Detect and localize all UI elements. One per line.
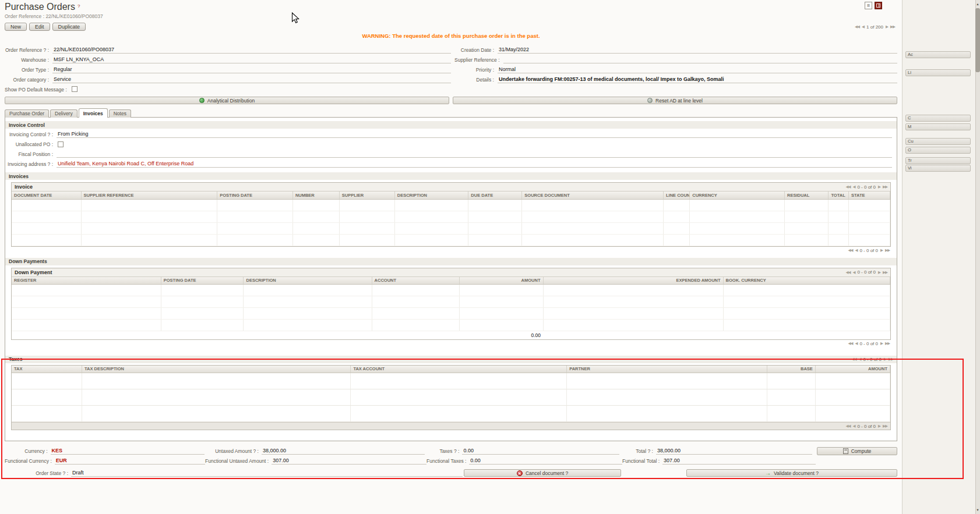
col-tax-account[interactable]: TAX ACCOUNT [351,366,567,373]
sidebar-item[interactable]: C [905,115,971,122]
pager-last-icon[interactable]: ▶▶ [885,341,890,346]
col-book-currency[interactable]: BOOK. CURRENCY [723,277,890,285]
pager-first-icon[interactable]: ◀◀ [848,341,852,346]
view-switcher: ≡ [865,2,882,9]
tab-purchase-order[interactable]: Purchase Order [5,109,49,118]
reset-ad-button[interactable]: Reset AD at line level [453,97,897,104]
pager-prev-icon[interactable]: ◀ [855,341,857,346]
functional-currency-value[interactable]: EUR [55,458,205,465]
pager-first-icon[interactable]: ◀◀ [851,357,856,361]
col-state[interactable]: STATE [849,192,890,199]
currency-value[interactable]: KES [51,448,205,455]
col-total[interactable]: TOTAL [829,192,849,199]
field-currency: Currency : KES [5,448,205,455]
col-description[interactable]: DESCRIPTION [394,192,468,199]
pager-last-icon[interactable]: ▶▶ [883,424,887,428]
invoice-header-row: DOCUMENT DATE SUPPLIER REFERENCE POSTING… [12,192,890,199]
col-expended-amount[interactable]: EXPENDED AMOUNT [543,277,723,285]
order-type-label: Order Type : [5,67,52,73]
pager-prev-icon[interactable]: ◀ [852,424,855,428]
title-help-icon[interactable]: ? [77,3,80,9]
table-row [12,285,890,296]
col-partner[interactable]: PARTNER [567,366,767,373]
pager-prev-icon[interactable]: ◀ [852,270,855,275]
sidebar-item[interactable]: M [905,123,971,130]
total-amount-label: Total ? : [619,448,656,454]
pager-next-icon[interactable]: ▶ [880,341,883,346]
pager-first-icon[interactable]: ◀◀ [855,24,859,29]
pager-first-icon[interactable]: ◀◀ [848,248,852,253]
pager-first-icon[interactable]: ◀◀ [845,185,850,189]
table-row [12,222,890,234]
sidebar-item[interactable]: Cu [905,138,971,145]
cancel-document-button[interactable]: × Cancel document ? [464,469,621,477]
analytical-distribution-button[interactable]: Analytical Distribution [5,97,449,104]
show-po-default-message-checkbox[interactable] [72,86,77,92]
tab-invoices[interactable]: Invoices [79,108,108,118]
edit-button[interactable]: Edit [29,23,50,31]
pager-next-icon[interactable]: ▶ [878,185,880,189]
col-currency[interactable]: CURRENCY [690,192,785,199]
pager-next-icon[interactable]: ▶ [886,24,888,29]
scroll-down-icon[interactable]: ▼ [975,507,980,513]
pager-prev-icon[interactable]: ◀ [862,24,864,29]
col-tax-description[interactable]: TAX DESCRIPTION [82,366,351,373]
col-amount[interactable]: AMOUNT [815,366,890,373]
pager-next-icon[interactable]: ▶ [878,270,880,275]
form-view-icon[interactable] [875,2,882,9]
list-view-icon[interactable]: ≡ [865,2,872,9]
col-tax[interactable]: TAX [12,366,82,373]
field-unallocated-po: Unallocated PO : [5,140,892,150]
summary-row-3: Order State ? : Draft × Cancel document … [5,469,897,477]
field-order-type: Order Type : Regular [5,65,451,75]
pager-prev-icon[interactable]: ◀ [858,357,861,361]
pager-next-icon[interactable]: ▶ [884,357,886,361]
pager-last-icon[interactable]: ▶▶ [890,24,895,29]
col-base[interactable]: BASE [767,366,815,373]
col-amount[interactable]: AMOUNT [460,277,543,285]
pager-next-icon[interactable]: ▶ [878,424,880,428]
col-line-count[interactable]: LINE COUNT [664,192,690,199]
unallocated-po-checkbox[interactable] [58,141,64,147]
col-posting-date[interactable]: POSTING DATE [217,192,293,199]
compute-button[interactable]: Compute [817,447,897,455]
pager-last-icon[interactable]: ▶▶ [889,357,893,361]
pager-last-icon[interactable]: ▶▶ [885,248,890,253]
pager-prev-icon[interactable]: ◀ [855,248,857,253]
scrollbar-thumb[interactable] [975,8,980,72]
col-supplier[interactable]: SUPPLIER [339,192,394,199]
pager-last-icon[interactable]: ▶▶ [883,270,887,275]
sidebar-item[interactable]: Tr [905,157,971,164]
pager-first-icon[interactable]: ◀◀ [845,270,850,275]
pager-last-icon[interactable]: ▶▶ [883,185,887,189]
order-state-value: Draft [71,470,463,477]
col-account[interactable]: ACCOUNT [372,277,460,285]
pager-first-icon[interactable]: ◀◀ [845,424,850,428]
tab-delivery[interactable]: Delivery [50,109,77,118]
col-residual[interactable]: RESIDUAL [785,192,829,199]
invoice-table-bottom-pager: ◀◀◀0 - 0 of 0▶▶▶ [848,248,890,253]
scroll-up-icon[interactable]: ▲ [975,1,980,7]
vertical-scrollbar[interactable] [975,0,980,514]
summary-row-1: Currency : KES Untaxed Amount ? : 38,000… [5,446,897,456]
col-description[interactable]: DESCRIPTION [244,277,372,285]
new-button[interactable]: New [5,23,27,31]
tab-notes[interactable]: Notes [109,109,131,118]
sidebar-item[interactable]: Vi [905,165,971,172]
invoicing-address-value[interactable]: Unifield Team, Kenya Nairobi Road C, Off… [57,161,892,168]
col-due-date[interactable]: DUE DATE [468,192,522,199]
col-posting-date[interactable]: POSTING DATE [161,277,244,285]
sidebar-item[interactable]: O [905,147,971,154]
col-number[interactable]: NUMBER [292,192,339,199]
pager-prev-icon[interactable]: ◀ [852,185,855,189]
col-source-document[interactable]: SOURCE DOCUMENT [522,192,664,199]
col-supplier-reference[interactable]: SUPPLIER REFERENCE [81,192,217,199]
sidebar-item[interactable]: Ac [905,51,971,58]
duplicate-button[interactable]: Duplicate [52,23,86,31]
col-register[interactable]: REGISTER [12,277,161,285]
functional-taxes-value: 0.00 [469,458,622,465]
sidebar-item[interactable]: Li [905,69,971,76]
pager-next-icon[interactable]: ▶ [880,248,883,253]
validate-document-button[interactable]: → Validate document ? [686,469,897,477]
col-document-date[interactable]: DOCUMENT DATE [12,192,81,199]
